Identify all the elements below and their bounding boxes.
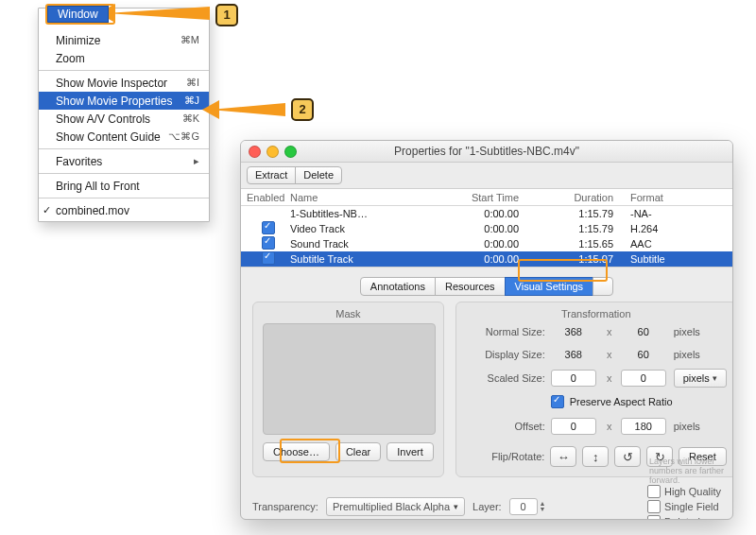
window-titlebar: Properties for "1-Subtitles-NBC.m4v": [241, 141, 732, 163]
properties-window: Properties for "1-Subtitles-NBC.m4v" Ext…: [240, 140, 733, 520]
high-quality-checkbox[interactable]: [647, 485, 661, 498]
menu-item-shortcut: ⌘I: [186, 77, 199, 89]
menu-separator: [39, 148, 209, 149]
track-duration: 1:15.07: [536, 253, 630, 265]
mask-clear-button[interactable]: Clear: [335, 442, 381, 461]
col-duration: Duration: [536, 192, 630, 203]
flip-vertical-button[interactable]: ↕: [582, 446, 609, 467]
extract-button[interactable]: Extract: [247, 166, 296, 184]
tab-resources[interactable]: Resources: [435, 277, 506, 296]
deinterlace-option[interactable]: Deinterlace: [647, 515, 721, 520]
offset-label: Offset:: [466, 421, 545, 432]
preserve-aspect-checkbox[interactable]: [551, 395, 564, 408]
track-enabled-checkbox[interactable]: [262, 236, 275, 250]
delete-button[interactable]: Delete: [295, 166, 342, 184]
minimize-window-button[interactable]: [266, 146, 279, 158]
tracks-header: Enabled Name Start Time Duration Format: [241, 189, 732, 206]
transformation-title: Transformation: [466, 308, 727, 319]
col-format: Format: [630, 192, 727, 203]
track-row[interactable]: Video Track 0:00.00 1:15.79 H.264: [241, 221, 732, 236]
menu-item-show-movie-properties[interactable]: Show Movie Properties ⌘J: [39, 92, 209, 110]
track-name: 1-Subtitles-NB…: [290, 208, 432, 219]
tracks-table: Enabled Name Start Time Duration Format …: [241, 188, 732, 268]
menu-item-label: Favorites: [56, 155, 102, 168]
display-width: 368: [551, 346, 596, 363]
track-name: Video Track: [290, 223, 432, 234]
track-enabled-checkbox[interactable]: [262, 221, 275, 234]
menu-item-label: Show A/V Controls: [56, 112, 150, 126]
menu-separator: [39, 70, 209, 71]
normal-height: 60: [621, 323, 666, 340]
submenu-arrow-icon: ▸: [194, 155, 199, 167]
transparency-label: Transparency:: [252, 501, 318, 512]
track-duration: 1:15.79: [536, 208, 630, 219]
x-separator: x: [604, 372, 615, 384]
x-separator: x: [604, 421, 615, 432]
chevron-updown-icon: ▾: [713, 370, 717, 387]
track-start: 0:00.00: [432, 223, 536, 234]
menu-item-show-content-guide[interactable]: Show Content Guide ⌥⌘G: [39, 128, 209, 146]
menu-item-favorites[interactable]: Favorites ▸: [39, 152, 209, 170]
unit-label: pixels: [674, 349, 727, 360]
transparency-select[interactable]: Premultiplied Black Alpha ▾: [326, 497, 465, 516]
single-field-option[interactable]: Single Field: [647, 500, 721, 513]
mask-invert-button[interactable]: Invert: [387, 442, 434, 461]
offset-x-input[interactable]: 0: [551, 418, 596, 435]
track-format: -NA-: [630, 208, 727, 219]
stepper-down-icon[interactable]: ▼: [540, 507, 546, 512]
menu-item-shortcut: ⌘J: [184, 95, 200, 107]
menu-item-label: combined.mov: [56, 204, 129, 217]
track-name: Subtitle Track: [290, 253, 432, 265]
track-row-selected[interactable]: Subtitle Track 0:00.00 1:15.07 Subtitle: [241, 251, 732, 267]
mask-title: Mask: [263, 308, 434, 319]
flip-horizontal-button[interactable]: ↔: [550, 446, 576, 467]
menu-item-document-combined[interactable]: combined.mov: [39, 201, 209, 219]
tab-annotations[interactable]: Annotations: [360, 277, 436, 296]
layer-stepper[interactable]: 0 ▲▼: [509, 498, 546, 515]
tab-visual-settings[interactable]: Visual Settings: [505, 277, 594, 296]
normal-size-label: Normal Size:: [466, 326, 545, 337]
menu-item-bring-all-to-front[interactable]: Bring All to Front: [39, 177, 209, 195]
track-enabled-checkbox[interactable]: [262, 251, 275, 265]
menu-item-show-movie-inspector[interactable]: Show Movie Inspector ⌘I: [39, 74, 209, 92]
menu-item-show-av-controls[interactable]: Show A/V Controls ⌘K: [39, 110, 209, 128]
track-start: 0:00.00: [432, 208, 536, 219]
track-start: 0:00.00: [432, 238, 536, 250]
display-size-label: Display Size:: [466, 349, 545, 360]
menu-item-label: Minimize: [56, 34, 100, 47]
track-format: Subtitle: [630, 253, 727, 265]
callout-arrow: [106, 7, 210, 20]
unit-label: pixels: [674, 326, 727, 337]
x-separator: x: [604, 349, 615, 360]
layer-value[interactable]: 0: [509, 498, 538, 515]
menu-item-zoom[interactable]: Zoom: [39, 49, 209, 67]
menu-item-shortcut: ⌘M: [180, 34, 199, 46]
track-duration: 1:15.79: [536, 223, 630, 234]
single-field-checkbox[interactable]: [647, 500, 661, 513]
rotate-ccw-icon: ↺: [623, 450, 633, 464]
col-name: Name: [290, 192, 432, 203]
track-name: Sound Track: [290, 238, 432, 250]
zoom-window-button[interactable]: [284, 146, 297, 158]
high-quality-option[interactable]: High Quality: [647, 485, 721, 498]
deinterlace-checkbox[interactable]: [647, 515, 661, 520]
unit-select[interactable]: pixels ▾: [674, 369, 727, 388]
unit-label: pixels: [674, 421, 727, 432]
offset-y-input[interactable]: 180: [621, 418, 666, 435]
scaled-width-input[interactable]: 0: [551, 370, 596, 387]
close-window-button[interactable]: [249, 146, 261, 158]
col-start: Start Time: [432, 192, 536, 203]
normal-width: 368: [551, 323, 596, 340]
menu-item-label: Show Content Guide: [56, 130, 161, 144]
menu-title[interactable]: Window: [47, 6, 109, 23]
mask-choose-button[interactable]: Choose…: [263, 442, 330, 461]
display-height: 60: [621, 346, 666, 363]
track-row[interactable]: Sound Track 0:00.00 1:15.65 AAC: [241, 236, 732, 251]
mask-preview: [263, 323, 436, 435]
x-separator: x: [604, 326, 615, 337]
rotate-ccw-button[interactable]: ↺: [614, 446, 641, 467]
tab-other[interactable]: [593, 277, 613, 296]
scaled-height-input[interactable]: 0: [621, 370, 666, 387]
track-row[interactable]: 1-Subtitles-NB… 0:00.00 1:15.79 -NA-: [241, 206, 732, 221]
menu-item-minimize[interactable]: Minimize ⌘M: [39, 31, 209, 49]
